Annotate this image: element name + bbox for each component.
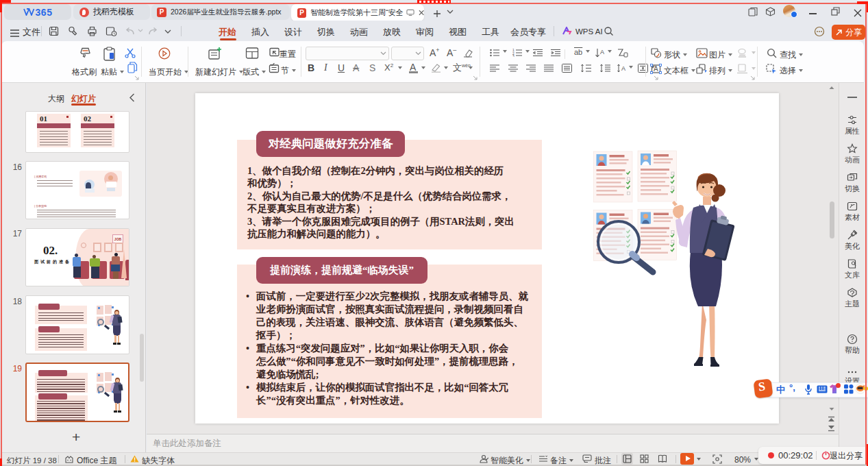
svg-text:A: A <box>600 49 604 56</box>
svg-text:A: A <box>621 65 625 72</box>
svg-text:A: A <box>654 65 658 73</box>
svg-text:3: 3 <box>512 54 514 58</box>
